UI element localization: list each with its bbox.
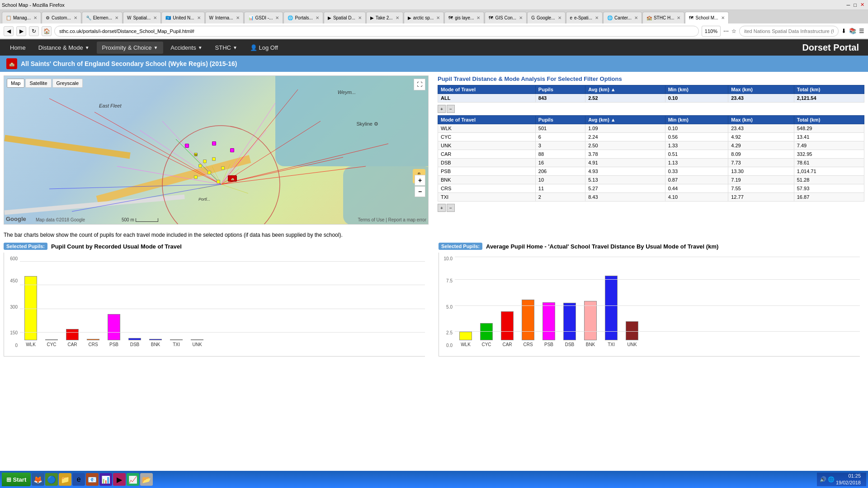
tab-gislayer[interactable]: 🗺gis laye...✕	[444, 12, 484, 23]
bar1-label-CAR: CAR	[67, 342, 77, 347]
back-button[interactable]: ◀	[4, 26, 14, 36]
stats-row-UNK: UNK 3 2.50 1.33 4.29 7.49	[438, 141, 864, 150]
detail-col-total: Total (km)	[794, 116, 864, 124]
row-min-WLK: 0.10	[665, 124, 728, 133]
star-icon[interactable]: ☆	[731, 28, 736, 34]
main-menubar: Home Distance & Mode ▼ Proximity & Choic…	[0, 39, 868, 56]
bookmarks-bar-icon[interactable]: 📚	[849, 28, 856, 34]
chart1-bar-chart: 600 450 300 150 0 WLK CYC CAR CRS PSB DS…	[4, 253, 425, 357]
y-label-450: 450	[4, 278, 18, 283]
map-btn-satellite[interactable]: Satellite	[25, 79, 51, 88]
zoom-out-button[interactable]: −	[415, 186, 425, 197]
zoom-controls: + −	[415, 175, 425, 197]
row-mode-TXI: TXI	[438, 193, 536, 202]
col-mode: Mode of Travel	[438, 85, 536, 94]
chart2-title-row: Selected Pupils: Average Pupil Home - 'A…	[439, 243, 864, 250]
tab-manage[interactable]: 📋Manag...✕	[2, 12, 41, 23]
window-maximize[interactable]: □	[854, 2, 857, 8]
bar2-TXI: TXI	[605, 276, 618, 347]
window-minimize[interactable]: ─	[847, 2, 850, 8]
tab-interna[interactable]: WInterna...✕	[205, 12, 244, 23]
expand-btn-4[interactable]: −	[447, 204, 455, 212]
nav-home[interactable]: Home	[5, 42, 31, 54]
row-pupils-TXI: 2	[535, 193, 585, 202]
tab-portals[interactable]: 🌐Portals...✕	[283, 12, 323, 23]
tab-arctic[interactable]: ▶arctic sp...✕	[404, 12, 444, 23]
nav-distance-mode[interactable]: Distance & Mode ▼	[33, 42, 95, 54]
y-label-150: 150	[4, 330, 18, 335]
stats-panel: Pupil Travel Distance & Mode Analysis Fo…	[438, 75, 864, 225]
expand-btn-3[interactable]: +	[438, 204, 446, 212]
tab-giscon[interactable]: 🗺GIS Con...✕	[485, 12, 527, 23]
nav-sthc[interactable]: STHC ▼	[210, 42, 243, 54]
row-pupils-CAR: 88	[535, 150, 585, 159]
forward-button[interactable]: ▶	[16, 26, 26, 36]
expand-controls-1: + −	[438, 104, 864, 114]
row-mode-CRS: CRS	[438, 184, 536, 193]
address-input[interactable]	[54, 26, 699, 37]
stats-row-DSB: DSB 16 4.91 1.13 7.73 78.61	[438, 159, 864, 167]
map-container: W 🏫 East Fleet Weym...	[4, 75, 433, 225]
col-pupils: Pupils	[535, 85, 585, 94]
y2-label-10: 10.0	[439, 256, 453, 261]
tab-google[interactable]: GGoogle...✕	[527, 12, 565, 23]
all-min: 0.10	[665, 94, 728, 103]
zoom-in-button[interactable]: +	[415, 175, 425, 186]
tab-take2[interactable]: ▶Take 2...✕	[366, 12, 403, 23]
row-avg-CAR: 3.78	[585, 150, 665, 159]
search-input[interactable]	[739, 26, 839, 37]
map-btn-map[interactable]: Map	[7, 79, 24, 88]
tab-canter[interactable]: 🌐Canter...✕	[603, 12, 642, 23]
bar1-rect-CAR	[66, 329, 79, 340]
bar1-DSB: DSB	[128, 338, 141, 347]
col-total: Total (km)	[794, 85, 864, 94]
bar2-rect-UNK	[626, 321, 638, 341]
tab-espati[interactable]: ee-Spati...✕	[566, 12, 603, 23]
row-pupils-WLK: 501	[535, 124, 585, 133]
row-max-CAR: 8.09	[728, 150, 794, 159]
menu-icon[interactable]: ☰	[859, 28, 864, 34]
row-total-CYC: 13.41	[794, 133, 864, 141]
bar2-rect-CAR	[501, 311, 514, 340]
tab-custom[interactable]: ⚙Custom...✕	[42, 12, 81, 23]
row-min-CYC: 0.56	[665, 133, 728, 141]
map-btn-greyscale[interactable]: Greyscale	[52, 79, 83, 88]
tab-elemen[interactable]: 🔧Elemen...✕	[82, 12, 123, 23]
bar1-rect-BNK	[149, 339, 162, 340]
y-label-600: 600	[4, 256, 18, 261]
browser-addressbar: ◀ ▶ ↻ 🏠 110% ⋯ ☆ ⬇ 📚 ☰	[0, 23, 868, 39]
map-wrapper[interactable]: W 🏫 East Fleet Weym...	[4, 75, 429, 225]
row-min-TXI: 4.10	[665, 193, 728, 202]
bar2-CYC: CYC	[480, 323, 493, 347]
bar2-CRS: CRS	[522, 300, 534, 347]
expand-btn-2[interactable]: −	[447, 105, 455, 113]
bar1-CYC: CYC	[45, 339, 58, 347]
nav-accidents[interactable]: Accidents ▼	[165, 42, 208, 54]
tab-spatial2[interactable]: ▶Spatial D...✕	[324, 12, 366, 23]
bar1-label-CRS: CRS	[88, 342, 98, 347]
row-mode-WLK: WLK	[438, 124, 536, 133]
bar2-label-TXI: TXI	[608, 342, 615, 347]
row-max-CYC: 4.92	[728, 133, 794, 141]
tab-united[interactable]: 🇺🇳United N...✕	[161, 12, 204, 23]
stats-row-BNK: BNK 10 5.13 0.87 7.19 51.28	[438, 176, 864, 184]
row-pupils-CRS: 11	[535, 184, 585, 193]
tab-spatial1[interactable]: WSpatial...✕	[123, 12, 161, 23]
expand-btn-1[interactable]: +	[438, 105, 446, 113]
nav-logout[interactable]: 👤 Log Off	[245, 42, 283, 54]
tab-sthc[interactable]: 🏫STHC H...✕	[642, 12, 685, 23]
bar1-WLK: WLK	[24, 276, 37, 347]
row-total-CAR: 332.95	[794, 150, 864, 159]
nav-proximity-choice[interactable]: Proximity & Choice ▼	[97, 42, 164, 54]
home-button[interactable]: 🏠	[42, 26, 52, 36]
window-close[interactable]: ✕	[860, 2, 864, 8]
bar1-BNK: BNK	[149, 339, 162, 347]
tab-gsdi1[interactable]: 📊GSDI -...✕	[244, 12, 283, 23]
chart2-title: Average Pupil Home - 'Actual' School Tra…	[486, 243, 718, 250]
bar1-rect-DSB	[128, 338, 141, 340]
reload-button[interactable]: ↻	[29, 26, 39, 36]
download-icon[interactable]: ⬇	[841, 28, 846, 34]
tab-school-map[interactable]: 🗺School M...✕	[685, 12, 728, 23]
fullscreen-button[interactable]: ⛶	[414, 79, 425, 90]
all-pupils: 843	[535, 94, 585, 103]
